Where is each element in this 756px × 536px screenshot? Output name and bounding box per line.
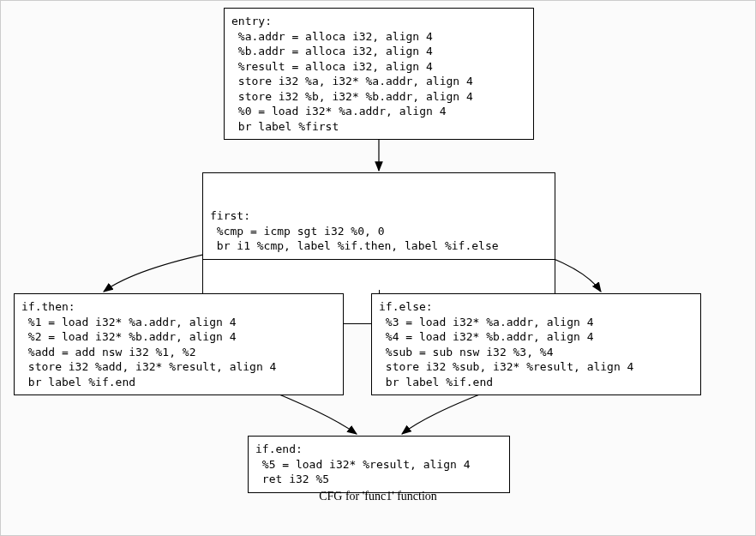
cfg-node-if-end: if.end: %5 = load i32* %result, align 4 … (248, 436, 510, 493)
diagram-caption: CFG for 'func1' function (1, 490, 755, 503)
cfg-node-if-else: if.else: %3 = load i32* %a.addr, align 4… (371, 293, 701, 395)
cfg-node-entry: entry: %a.addr = alloca i32, align 4 %b.… (224, 8, 534, 140)
cfg-node-if-then: if.then: %1 = load i32* %a.addr, align 4… (14, 293, 344, 395)
